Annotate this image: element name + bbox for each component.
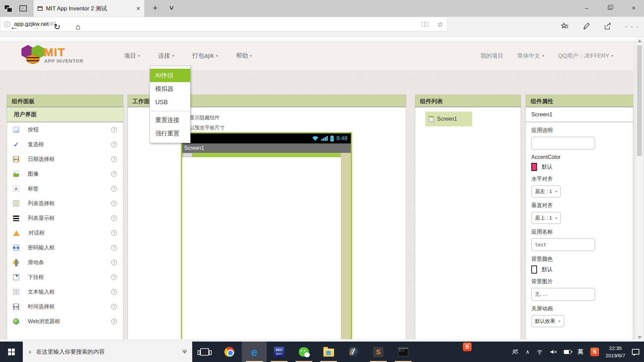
help-icon[interactable]: ?	[111, 127, 117, 133]
prop-bgimage-picker[interactable]: 无...	[531, 288, 595, 301]
reading-view-icon[interactable]	[422, 22, 428, 27]
help-icon[interactable]: ?	[111, 289, 117, 295]
phone-screen-area[interactable]	[182, 157, 341, 340]
user-menu[interactable]: QQ用户：JEFFERY ▾	[558, 52, 613, 60]
palette-item[interactable]: ✓ 复选框 ?	[7, 137, 123, 152]
microphone-icon[interactable]: Ψ	[182, 349, 187, 355]
palette-item[interactable]: 对话框 ?	[7, 226, 123, 240]
help-icon[interactable]: ?	[111, 215, 117, 221]
palette-item[interactable]: 图像 ?	[7, 167, 123, 181]
site-info-icon[interactable]: i	[4, 21, 10, 27]
sogou-input-icon[interactable]: S	[590, 348, 599, 356]
new-tab-button[interactable]: +	[153, 3, 158, 13]
browser-tab[interactable]: MIT App Inventor 2 测试 ×	[34, 0, 144, 17]
help-icon[interactable]: ?	[111, 186, 117, 192]
taskbar-file-explorer[interactable]	[316, 342, 341, 362]
favorites-hub-icon[interactable]	[561, 22, 569, 30]
screen-resize-handle[interactable]: ·	[183, 153, 192, 157]
mit-app-inventor-logo[interactable]: MIT APP INVENTOR	[16, 45, 90, 67]
prop-halign-select[interactable]: 居左 : 1 ▾	[531, 185, 561, 197]
window-restore-button[interactable]	[602, 0, 618, 16]
nav-menu-item[interactable]: 连接 ▾	[158, 52, 174, 60]
add-favorite-icon[interactable]: ☆	[437, 21, 443, 28]
nav-menu-item[interactable]: 打包apk ▾	[192, 52, 218, 60]
taskbar-search[interactable]: ⌕ 在这里输入你要搜索的内容 Ψ	[23, 342, 192, 362]
volume-muted-icon[interactable]	[550, 349, 557, 355]
scroll-up-arrow[interactable]	[638, 40, 642, 42]
refresh-button[interactable]: ↻	[54, 22, 60, 32]
connect-menu-item[interactable]: 模拟器	[150, 82, 190, 96]
palette-item[interactable]: 2011 日期选择框 ?	[7, 152, 123, 167]
taskbar-wechat[interactable]	[291, 342, 316, 362]
window-close-button[interactable]: ×	[626, 0, 641, 16]
palette-item[interactable]: 下拉框 ?	[7, 270, 123, 285]
phone-mockup[interactable]: 9:48 Screen1 ·	[181, 132, 352, 342]
scroll-down-arrow[interactable]	[638, 336, 642, 339]
taskbar-sublime[interactable]: S	[366, 342, 391, 362]
taskbar-edge[interactable]: e	[242, 342, 267, 362]
tab-preview-icon[interactable]	[4, 5, 13, 12]
window-minimize-button[interactable]: –	[579, 0, 594, 16]
address-bar[interactable]: i app.gzjkw.net/#1 ☆	[0, 17, 448, 32]
connect-menu-item[interactable]: 重置连接	[150, 113, 190, 127]
prop-animation-select[interactable]: 默认效果 ▾	[531, 315, 564, 327]
palette-item[interactable]: ∗∗ 密码输入框 ?	[7, 240, 123, 255]
palette-section-ui[interactable]: 用户界面	[7, 107, 123, 122]
prop-valign-select[interactable]: 居上 : 1 ▾	[531, 212, 561, 224]
sogou-floating-icon[interactable]: S	[463, 343, 472, 351]
help-icon[interactable]: ?	[111, 230, 117, 236]
help-icon[interactable]: ?	[111, 171, 117, 177]
connect-menu-item[interactable]: USB	[150, 96, 190, 109]
taskbar-devcpp[interactable]: DEVC++	[267, 342, 291, 362]
help-icon[interactable]: ?	[111, 156, 117, 162]
help-icon[interactable]: ?	[111, 259, 117, 265]
nav-menu-item[interactable]: 帮助 ▾	[236, 52, 252, 60]
palette-item[interactable]: 列表选择框 ?	[7, 196, 123, 211]
nav-menu-item[interactable]: 项目 ▾	[124, 52, 140, 60]
vertical-scrollbar[interactable]	[636, 37, 643, 342]
start-button[interactable]	[0, 342, 23, 362]
taskbar-chrome[interactable]	[217, 342, 242, 362]
set-tabs-aside-icon[interactable]	[19, 5, 27, 11]
scrollbar-thumb[interactable]	[637, 45, 642, 156]
palette-item[interactable]: A 标签 ?	[7, 181, 123, 196]
palette-item[interactable]: 按钮 ?	[7, 122, 123, 137]
network-wifi-icon[interactable]	[536, 349, 543, 355]
home-button[interactable]: ⌂	[75, 22, 80, 32]
palette-item[interactable]: 列表显示框 ?	[7, 211, 123, 226]
prop-bgcolor-picker[interactable]: 默认	[531, 265, 628, 274]
tab-close-icon[interactable]: ×	[136, 5, 140, 12]
tab-list-chevron-icon[interactable]: ∨	[168, 4, 174, 11]
accent-color-swatch[interactable]	[531, 163, 537, 171]
horizontal-scrollbar[interactable]	[0, 339, 636, 342]
palette-item[interactable]: I 文本输入框 ?	[7, 285, 123, 299]
prop-about-input[interactable]	[531, 137, 595, 149]
taskbar-cmd[interactable]: C:\	[391, 342, 416, 362]
prop-accent-picker[interactable]: 默认	[531, 163, 628, 171]
connect-menu-item[interactable]: AI伴侣	[150, 69, 190, 82]
taskbar-sketchpad[interactable]	[341, 342, 366, 362]
prop-appname-input[interactable]	[531, 238, 595, 251]
help-icon[interactable]: ?	[111, 141, 117, 147]
share-icon[interactable]	[604, 22, 612, 30]
my-projects-link[interactable]: 我的项目	[480, 52, 503, 60]
action-center-icon[interactable]	[632, 349, 639, 355]
forward-button[interactable]: →	[32, 22, 40, 32]
language-selector[interactable]: 简体中文 ▾	[517, 52, 544, 60]
bg-color-swatch[interactable]	[531, 265, 537, 274]
more-menu-icon[interactable]: · · ·	[625, 22, 639, 30]
help-icon[interactable]: ?	[111, 200, 117, 206]
web-note-pen-icon[interactable]	[582, 22, 590, 30]
input-language-indicator[interactable]: 英	[578, 348, 584, 356]
people-icon[interactable]	[512, 349, 519, 355]
help-icon[interactable]: ?	[111, 245, 117, 251]
back-button[interactable]: ←	[10, 22, 18, 32]
connect-menu-item[interactable]: 强行重置	[150, 127, 190, 140]
help-icon[interactable]: ?	[111, 304, 117, 310]
palette-item[interactable]: Web浏览器框 ?	[7, 314, 123, 329]
show-hidden-icons-chevron[interactable]: ∧	[526, 349, 530, 355]
palette-item[interactable]: 8:10 时间选择框 ?	[7, 299, 123, 314]
taskbar-clock[interactable]: 22:35 2019/6/7	[606, 345, 625, 359]
help-icon[interactable]: ?	[111, 274, 117, 280]
help-icon[interactable]: ?	[111, 318, 117, 324]
